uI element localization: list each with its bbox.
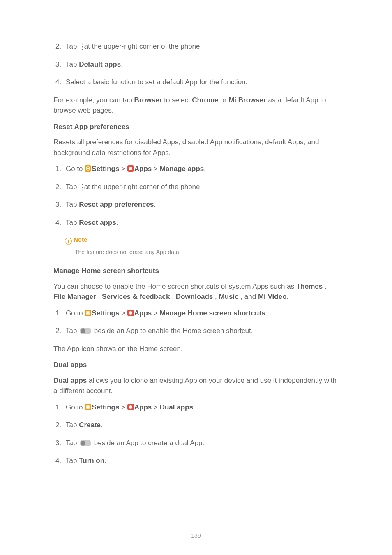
step-item: Tap at the upper-right corner of the pho… — [63, 41, 339, 52]
note-body: The feature does not erase any App data. — [75, 248, 339, 257]
bold-label: Music — [219, 293, 239, 301]
intro-paragraph: Resets all preferences for disabled Apps… — [53, 137, 339, 158]
bold-label: Downloads — [176, 293, 213, 301]
step-text: at the upper-right corner of the phone. — [82, 42, 202, 50]
settings-icon — [85, 310, 91, 316]
step-item: Tap beside an App to create a dual App. — [63, 438, 339, 449]
toggle-icon — [80, 328, 91, 334]
bold-label: Manage apps — [160, 165, 204, 173]
apps-icon — [127, 310, 134, 316]
bold-label: Mi Video — [258, 293, 287, 301]
heading-manage-shortcuts: Manage Home screen shortcuts — [53, 266, 339, 276]
apps-icon — [127, 404, 134, 410]
bold-label: Dual apps — [53, 377, 87, 384]
intro-paragraph: Dual apps allows you to clone an existin… — [53, 375, 339, 396]
bold-label: Apps — [134, 165, 152, 173]
steps-list-reset: Go to Settings > Apps > Manage apps. Tap… — [53, 164, 339, 228]
step-item: Tap Turn on. — [63, 456, 339, 466]
steps-list-shortcuts: Go to Settings > Apps > Manage Home scre… — [53, 308, 339, 336]
step-text: . — [121, 60, 123, 68]
bold-label: Manage Home screen shortcuts — [160, 309, 265, 317]
bold-label: Apps — [134, 309, 152, 317]
heading-dual-apps: Dual apps — [53, 360, 339, 370]
settings-icon — [85, 404, 91, 410]
more-icon — [79, 46, 82, 48]
step-text: Tap — [66, 42, 79, 50]
bold-label: Create — [79, 421, 101, 429]
step-item: Tap beside an App to enable the Home scr… — [63, 326, 339, 336]
steps-list-dual-apps: Go to Settings > Apps > Dual apps. Tap C… — [53, 402, 339, 466]
bold-label: Reset app preferences — [79, 201, 154, 208]
note-box: iNote The feature does not erase any App… — [65, 235, 339, 257]
step-item: Go to Settings > Apps > Manage apps. — [63, 164, 339, 174]
bold-label: Browser — [134, 96, 162, 104]
bold-label: Apps — [134, 403, 152, 411]
bold-label: Default apps — [79, 60, 121, 68]
example-paragraph: For example, you can tap Browser to sele… — [53, 95, 339, 116]
heading-reset-app-preferences: Reset App preferences — [53, 122, 339, 132]
intro-paragraph: You can choose to enable the Home screen… — [53, 281, 339, 302]
bold-label: Mi Browser — [228, 96, 266, 104]
step-item: Tap Create. — [63, 420, 339, 430]
steps-list-continued: Tap at the upper-right corner of the pho… — [53, 41, 339, 88]
bold-label: Chrome — [192, 96, 218, 104]
more-icon — [79, 186, 82, 189]
step-text: Select a basic function to set a default… — [66, 78, 247, 86]
toggle-icon — [80, 440, 91, 446]
step-item: Tap Default apps. — [63, 59, 339, 70]
step-text: Tap — [66, 60, 79, 68]
settings-icon — [85, 165, 91, 172]
bold-label: Settings — [92, 403, 119, 411]
info-icon: i — [65, 238, 72, 245]
bold-label: Dual apps — [160, 403, 193, 411]
bold-label: File Manager — [53, 293, 96, 301]
bold-label: Settings — [92, 309, 119, 317]
note-title: iNote — [65, 235, 339, 245]
apps-icon — [127, 165, 134, 172]
bold-label: Services & feedback — [102, 293, 170, 301]
bold-label: Settings — [92, 165, 119, 173]
bold-label: Turn on — [79, 457, 104, 465]
step-item: Go to Settings > Apps > Dual apps. — [63, 402, 339, 413]
bold-label: Reset apps — [79, 219, 116, 227]
outro-paragraph: The App icon shows on the Home screen. — [53, 344, 339, 354]
bold-label: Themes — [296, 282, 323, 290]
page-number: 139 — [0, 532, 392, 540]
step-item: Tap at the upper-right corner of the pho… — [63, 182, 339, 192]
step-item: Tap Reset apps. — [63, 217, 339, 228]
step-item: Go to Settings > Apps > Manage Home scre… — [63, 308, 339, 319]
step-item: Select a basic function to set a default… — [63, 77, 339, 88]
step-item: Tap Reset app preferences. — [63, 199, 339, 210]
